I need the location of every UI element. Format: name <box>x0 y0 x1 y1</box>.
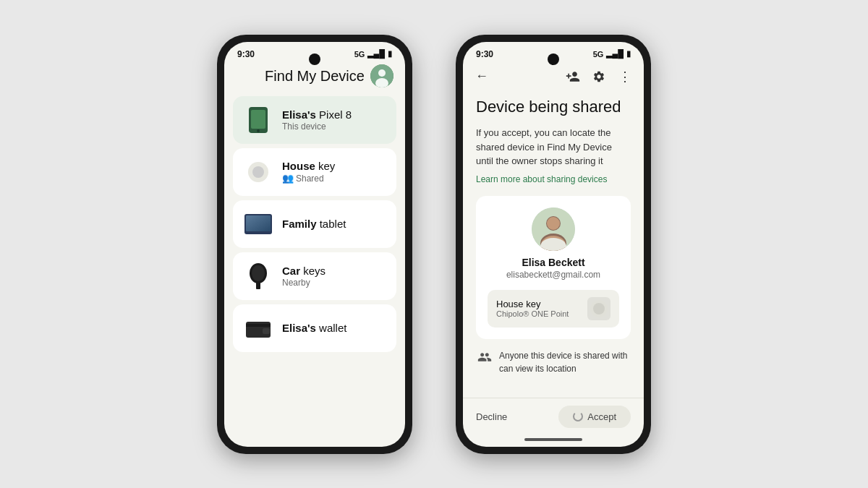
action-bar: Decline Accept <box>463 398 644 438</box>
accept-label: Accept <box>587 411 616 422</box>
device-item-tablet[interactable]: Family tablet <box>233 200 396 248</box>
device-icon-wallet <box>243 313 273 343</box>
shared-icon: 👥 <box>282 173 294 184</box>
device-info-pixel8: Elisa's Pixel 8 This device <box>282 108 386 132</box>
dc-model: Chipolo® ONE Point <box>496 309 569 318</box>
device-info-housekey: House key 👥 Shared <box>282 160 386 184</box>
time-2: 9:30 <box>476 49 493 59</box>
more-button[interactable]: ⋮ <box>616 68 634 85</box>
device-sub-housekey: 👥 Shared <box>282 173 386 184</box>
info-row: Anyone this device is shared with can vi… <box>476 349 631 375</box>
settings-button[interactable] <box>590 68 608 85</box>
signal-2: ▂▄█ <box>606 49 624 59</box>
dc-name: House key <box>496 299 569 309</box>
svg-rect-15 <box>246 324 271 327</box>
status-icons-2: 5G ▂▄█ ▮ <box>593 49 631 59</box>
sharing-title: Device being shared <box>476 97 631 118</box>
device-name-wallet: Elisa's wallet <box>282 322 386 334</box>
sharer-avatar <box>532 207 575 251</box>
device-sub-carkeys: Nearby <box>282 278 386 288</box>
battery-2: ▮ <box>626 49 631 59</box>
accept-button[interactable]: Accept <box>558 406 631 428</box>
info-text: Anyone this device is shared with can vi… <box>499 349 629 375</box>
device-sub-pixel8: This device <box>282 121 386 132</box>
avatar-button[interactable] <box>370 64 393 87</box>
battery-1: ▮ <box>388 49 392 59</box>
svg-point-24 <box>593 303 605 314</box>
home-indicator <box>524 438 582 441</box>
device-icon-pixel8 <box>243 105 273 135</box>
device-icon-tablet <box>243 209 273 239</box>
device-icon-carkeys <box>243 261 273 291</box>
signal-1: ▂▄█ <box>367 49 385 59</box>
device-item-wallet[interactable]: Elisa's wallet <box>233 304 396 352</box>
sharer-email: elisabeckett@gmail.com <box>506 270 600 280</box>
decline-button[interactable]: Decline <box>476 411 507 422</box>
device-name-carkeys: Car keys <box>282 265 386 277</box>
phone-1: 9:30 5G ▂▄█ ▮ Find My Device <box>217 35 412 454</box>
network-1: 5G <box>354 50 365 59</box>
svg-point-1 <box>378 69 386 77</box>
device-card-info: House key Chipolo® ONE Point <box>496 299 569 318</box>
app-title-1: Find My Device <box>265 68 365 85</box>
status-icons-1: 5G ▂▄█ ▮ <box>354 49 392 59</box>
svg-rect-16 <box>263 328 270 334</box>
svg-rect-4 <box>251 110 265 129</box>
device-icon-housekey <box>243 157 273 187</box>
header-icons: ⋮ <box>564 68 634 85</box>
back-button[interactable]: ← <box>473 68 490 85</box>
svg-rect-10 <box>246 215 271 231</box>
device-item-carkeys[interactable]: Car keys Nearby <box>233 252 396 300</box>
device-item-housekey[interactable]: House key 👥 Shared <box>233 148 396 196</box>
phone2-body: Device being shared If you accept, you c… <box>463 93 644 398</box>
device-name-housekey: House key <box>282 160 386 172</box>
sharing-description: If you accept, you can locate the shared… <box>476 126 631 168</box>
loading-spinner <box>573 411 583 421</box>
device-info-wallet: Elisa's wallet <box>282 322 386 334</box>
device-item-pixel8[interactable]: Elisa's Pixel 8 This device <box>233 96 396 144</box>
notch <box>309 53 320 65</box>
svg-rect-13 <box>256 282 260 289</box>
phone-2: 9:30 5G ▂▄█ ▮ ← ⋮ <box>456 35 651 454</box>
svg-point-20 <box>547 217 560 230</box>
add-person-button[interactable] <box>564 68 582 85</box>
device-name-pixel8: Elisa's Pixel 8 <box>282 108 386 121</box>
device-info-tablet: Family tablet <box>282 218 386 230</box>
shared-device-card: House key Chipolo® ONE Point <box>488 290 619 328</box>
device-info-carkeys: Car keys Nearby <box>282 265 386 288</box>
device-card-img <box>587 297 610 320</box>
avatar <box>370 64 393 87</box>
group-icon <box>477 350 492 368</box>
phone2-header: ← ⋮ <box>463 62 644 93</box>
svg-point-5 <box>257 129 260 132</box>
device-list: Elisa's Pixel 8 This device House key <box>224 93 405 447</box>
learn-more-link[interactable]: Learn more about sharing devices <box>476 174 631 184</box>
device-name-tablet: Family tablet <box>282 218 386 230</box>
sharer-name: Elisa Beckett <box>522 257 584 268</box>
svg-point-12 <box>252 265 265 281</box>
svg-point-7 <box>252 166 264 178</box>
network-2: 5G <box>593 50 604 59</box>
time-1: 9:30 <box>237 49 255 59</box>
notch-2 <box>548 53 559 65</box>
app-header-1: Find My Device <box>224 62 405 93</box>
sharer-card: Elisa Beckett elisabeckett@gmail.com Hou… <box>476 196 631 339</box>
